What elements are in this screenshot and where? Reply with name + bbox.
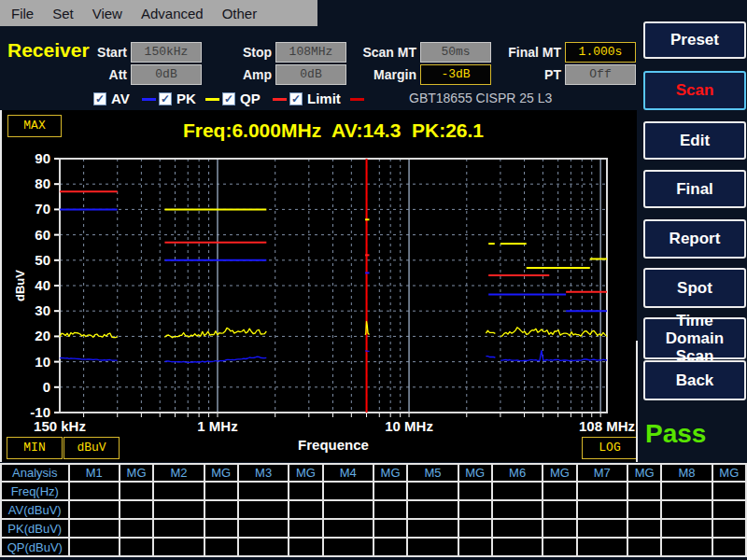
table-cell [712,538,746,556]
field-label-amp: Amp [201,64,272,85]
final-button[interactable]: Final [643,170,746,208]
svg-text:Frequence: Frequence [298,437,369,453]
table-cell [661,482,712,500]
table-cell [153,500,204,519]
trace-av [60,357,118,360]
table-cell [153,482,204,500]
scan-button[interactable]: Scan [643,71,746,110]
table-cell [238,482,289,500]
table-cell [289,500,322,519]
field-value-pt[interactable]: Off [565,64,636,85]
table-cell [627,519,661,538]
table-cell [543,519,576,538]
table-cell [374,500,407,519]
menu-item-set[interactable]: Set [43,6,83,21]
table-header-mg-12: MG [543,464,576,482]
back-button[interactable]: Back [643,360,746,400]
svg-text:60: 60 [35,227,50,243]
checkbox-limit[interactable]: ✓ [289,92,303,105]
table-cell [543,538,576,556]
table-header-m2-3: M2 [153,464,204,482]
table-row: AV(dBuV) [1,500,746,519]
table-cell [374,519,407,538]
table-cell [407,538,458,556]
field-value-amp[interactable]: 0dB [275,64,346,85]
table-header-m1-1: M1 [69,464,120,482]
menu-item-advanced[interactable]: Advanced [132,6,213,21]
table-cell [627,500,661,519]
table-cell [492,500,543,519]
field-value-stop[interactable]: 108MHz [275,42,346,63]
svg-text:70: 70 [35,201,50,217]
checkbox-av[interactable]: ✓ [93,92,106,105]
table-header-mg-10: MG [458,464,492,482]
report-button[interactable]: Report [643,219,746,259]
row-label: QP(dBuV) [1,538,69,556]
menu-item-file[interactable]: File [2,6,43,21]
menu-item-other[interactable]: Other [213,6,267,21]
table-header-mg-4: MG [204,464,238,482]
table-header-mg-2: MG [120,464,153,482]
table-cell [627,538,661,556]
log-button[interactable]: LOG [582,437,638,459]
menu-item-view[interactable]: View [83,6,132,21]
table-cell [204,500,238,519]
svg-text:1 MHz: 1 MHz [197,418,237,434]
table-cell [289,519,322,538]
table-cell [323,538,374,556]
legend-label-qp: QP [240,91,261,107]
edit-button[interactable]: Edit [643,121,746,160]
field-value-margin[interactable]: -3dB [420,64,491,85]
unit-button[interactable]: dBuV [63,437,120,459]
table-cell [238,519,289,538]
table-cell [627,482,661,500]
table-cell [577,519,627,538]
table-cell [289,482,322,500]
field-value-start[interactable]: 150kHz [131,42,202,63]
row-label: PK(dBuV) [1,519,69,538]
table-cell [492,482,543,500]
table-header-mg-8: MG [374,464,407,482]
legend-label-pk: PK [176,91,196,107]
table-cell [712,519,746,538]
svg-text:150 kHz: 150 kHz [34,418,86,434]
table-cell [120,519,153,538]
min-button[interactable]: MIN [7,437,63,459]
svg-text:80: 80 [35,175,50,191]
field-value-att[interactable]: 0dB [131,64,202,85]
table-header-mg-14: MG [627,464,661,482]
table-cell [69,482,120,500]
table-cell [407,500,458,519]
table-cell [323,482,374,500]
table-cell [120,500,153,519]
table-cell [120,482,153,500]
preset-button[interactable]: Preset [643,21,746,59]
field-value-final-mt[interactable]: 1.000s [565,42,636,63]
table-cell [661,538,712,556]
table-cell [153,538,204,556]
time-domain-scan-button[interactable]: Time Domain Scan [643,317,746,359]
checkbox-qp[interactable]: ✓ [222,92,235,105]
table-cell [238,500,289,519]
svg-text:dBuV: dBuV [13,270,27,301]
svg-text:40: 40 [35,277,50,293]
table-cell [577,500,627,519]
svg-text:0: 0 [43,379,50,395]
field-label-margin: Margin [344,64,416,85]
table-cell [492,519,543,538]
checkbox-pk[interactable]: ✓ [159,92,172,105]
svg-text:108 MHz: 108 MHz [579,418,635,434]
svg-text:20: 20 [35,328,50,343]
table-cell [458,500,492,519]
table-cell [69,538,120,556]
table-cell [577,482,627,500]
field-value-scan-mt[interactable]: 50ms [420,42,491,63]
table-row: PK(dBuV) [1,519,746,538]
pass-status: Pass [645,419,706,449]
table-cell [458,519,492,538]
table-cell [374,482,407,500]
table-cell [374,538,407,556]
trace-av [486,357,495,357]
spot-button[interactable]: Spot [643,268,746,308]
row-label: Freq(Hz) [1,482,69,500]
